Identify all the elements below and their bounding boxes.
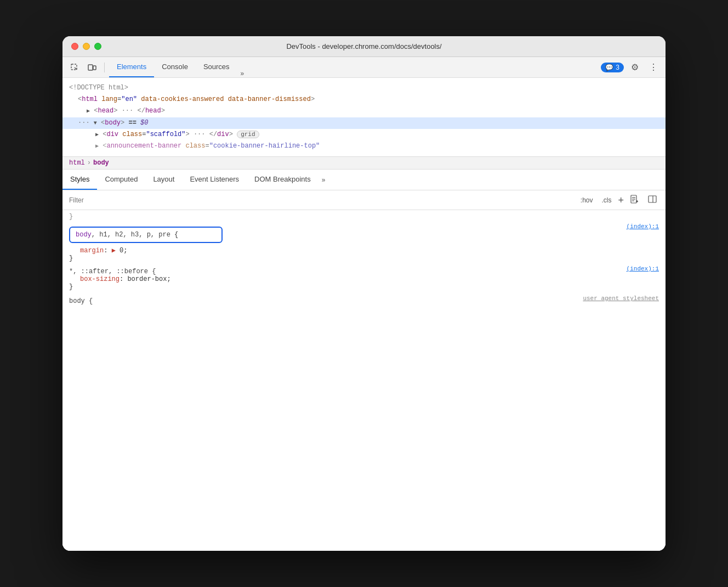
breadcrumb-html[interactable]: html: [69, 159, 85, 167]
tab-computed[interactable]: Computed: [97, 170, 145, 190]
css-source-2[interactable]: (index):1: [627, 266, 659, 272]
css-rule-block-highlighted: body, h1, h2, h3, p, pre {: [69, 227, 223, 243]
dom-line-div-scaffold[interactable]: ▶ <div class="scaffold"> ··· </div> grid: [62, 129, 666, 140]
main-tabs: Elements Console Sources »: [109, 57, 247, 77]
notifications-badge[interactable]: 💬 3: [601, 63, 624, 72]
title-bar: DevTools - developer.chrome.com/docs/dev…: [62, 36, 666, 57]
add-style-button[interactable]: +: [618, 195, 624, 205]
dom-line-body[interactable]: ··· ▼ <body> == $0: [62, 117, 666, 129]
tab-styles[interactable]: Styles: [62, 170, 97, 190]
css-rule-body-selectors: (index):1 body, h1, h2, h3, p, pre { mar…: [62, 221, 666, 263]
css-property-margin: margin: ▶ 0;: [69, 246, 659, 255]
new-style-rule-icon[interactable]: [628, 194, 641, 206]
toggle-sidebar-icon[interactable]: [646, 194, 659, 206]
dom-line-announcement[interactable]: ▶ <announcement-banner class="cookie-ban…: [62, 140, 666, 152]
device-toggle-icon[interactable]: [84, 60, 100, 75]
grid-badge: grid: [237, 131, 259, 138]
styles-panel: Styles Computed Layout Event Listeners D…: [62, 170, 666, 551]
filter-input[interactable]: [69, 196, 574, 204]
svg-rect-2: [93, 66, 96, 70]
maximize-button[interactable]: [94, 43, 101, 50]
cls-button[interactable]: .cls: [599, 195, 613, 205]
hov-button[interactable]: :hov: [578, 195, 595, 205]
window-title: DevTools - developer.chrome.com/docs/dev…: [286, 42, 441, 50]
css-rule-body-agent: user agent stylesheet body {: [62, 293, 666, 307]
filter-bar: :hov .cls +: [62, 190, 666, 210]
devtools-container: Elements Console Sources » 💬 3 ⚙ ⋮ <!DOC…: [62, 57, 666, 551]
tab-dom-breakpoints[interactable]: DOM Breakpoints: [247, 170, 318, 190]
breadcrumb-sep: ›: [87, 159, 91, 167]
css-selector-universal: *, ::after, ::before {: [69, 268, 659, 275]
css-selector-body-agent: body {: [69, 297, 659, 305]
badge-count: 3: [616, 64, 619, 71]
toolbar-right: 💬 3 ⚙ ⋮: [601, 60, 661, 75]
more-options-icon[interactable]: ⋮: [646, 60, 661, 75]
tab-console[interactable]: Console: [154, 57, 196, 77]
toolbar-separator: [104, 63, 105, 72]
tab-layout[interactable]: Layout: [145, 170, 182, 190]
dom-line-html[interactable]: <html lang="en" data-cookies-answered da…: [62, 94, 666, 105]
devtools-window: DevTools - developer.chrome.com/docs/dev…: [62, 36, 666, 551]
svg-rect-1: [88, 65, 93, 70]
more-tabs-button[interactable]: »: [237, 70, 248, 77]
more-styles-tabs[interactable]: »: [318, 176, 329, 184]
css-rule-universal: (index):1 *, ::after, ::before { box-siz…: [62, 263, 666, 293]
svg-rect-7: [649, 196, 656, 202]
dom-line-doctype: <!DOCTYPE html>: [62, 82, 666, 94]
select-element-icon[interactable]: [67, 60, 82, 75]
css-selector-body: body, h1, h2, h3, p, pre {: [76, 231, 178, 239]
badge-icon: 💬: [605, 64, 613, 71]
css-source-3[interactable]: user agent stylesheet: [583, 295, 659, 302]
css-source-1[interactable]: (index):1: [627, 223, 659, 230]
css-rule-1-close: }: [69, 255, 659, 262]
dom-panel: <!DOCTYPE html> <html lang="en" data-coo…: [62, 78, 666, 157]
breadcrumb-body[interactable]: body: [93, 159, 109, 167]
tab-sources[interactable]: Sources: [196, 57, 237, 77]
css-rule-2-close: }: [69, 283, 659, 291]
css-property-box-sizing: box-sizing: border-box;: [69, 275, 659, 283]
breadcrumb: html › body: [62, 157, 666, 170]
main-toolbar: Elements Console Sources » 💬 3 ⚙ ⋮: [62, 57, 666, 78]
doctype-text: <!DOCTYPE html>: [69, 84, 128, 92]
filter-actions: :hov .cls +: [578, 194, 659, 206]
close-button[interactable]: [71, 43, 78, 50]
traffic-lights: [71, 43, 101, 50]
tab-event-listeners[interactable]: Event Listeners: [182, 170, 247, 190]
settings-icon[interactable]: ⚙: [627, 60, 642, 75]
css-rules: } (index):1 body, h1, h2, h3, p, pre { m…: [62, 210, 666, 551]
dom-line-head[interactable]: ▶ <head> ··· </head>: [62, 105, 666, 117]
minimize-button[interactable]: [83, 43, 90, 50]
prev-rule-close: }: [62, 212, 666, 221]
tab-elements[interactable]: Elements: [109, 57, 154, 77]
styles-tabs-bar: Styles Computed Layout Event Listeners D…: [62, 170, 666, 190]
